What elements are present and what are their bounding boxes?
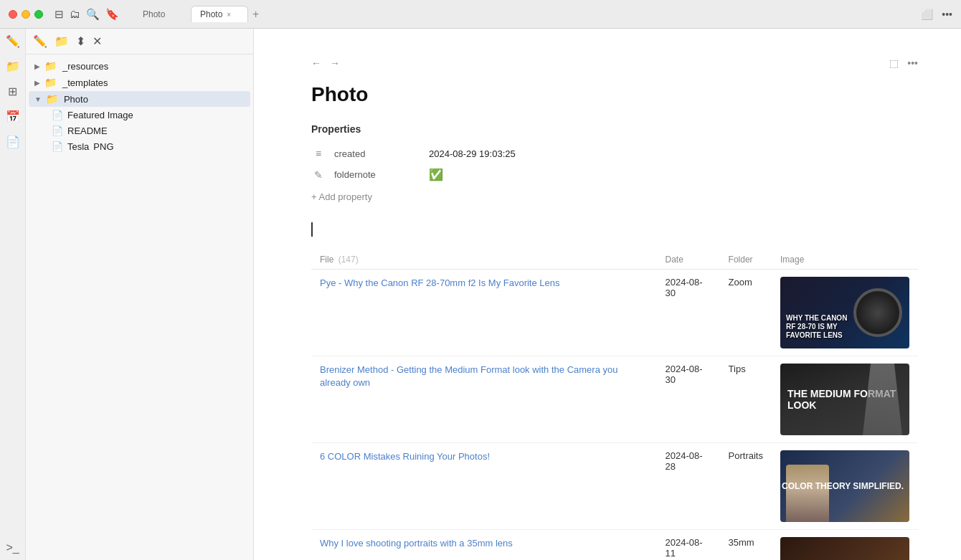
new-folder-icon[interactable]: 📁 [55,34,69,48]
close-icon[interactable]: ✕ [93,34,102,48]
thumb-person [786,465,829,522]
thumb-person [863,364,902,435]
thumb-text: WHY THE CANON RF 28-70 IS MY FAVORITE LE… [786,314,851,340]
tab-photo-1[interactable]: Photo [133,6,191,22]
more-icon[interactable]: ••• [907,57,918,69]
sidebar-label-resources: _resources [62,61,108,72]
sidebar-item-templates[interactable]: ▶ 📁 _templates [29,75,250,90]
more-options-icon[interactable]: ••• [942,9,952,20]
titlebar-right: ⬜ ••• [921,9,952,20]
cell-date-1: 2024-08-30 [656,356,719,443]
traffic-lights [9,10,43,19]
cursor [311,222,918,245]
cell-folder-0: Zoom [720,270,772,356]
new-note-icon[interactable]: ✏️ [33,34,47,48]
close-button[interactable] [9,10,17,19]
file-link-2[interactable]: 6 COLOR Mistakes Ruining Your Photos! [320,451,490,462]
panel-toggle-icon[interactable]: ⬜ [921,9,933,20]
file-link-3[interactable]: Why I love shooting portraits with a 35m… [320,538,513,549]
sidebar-label-readme: README [67,125,108,136]
table-section: File (147) Date Folder Image Pye - Why t… [311,222,918,560]
cell-date-2: 2024-08-28 [656,443,719,530]
nav-graph-icon[interactable]: ⊞ [8,85,17,98]
reading-mode-icon[interactable]: ⬚ [889,57,899,69]
tab-label-1: Photo [143,9,165,19]
cell-date-0: 2024-08-30 [656,270,719,356]
app-body: ✏️ 📁 ⊞ 📅 📄 >_ ✏️ 📁 ⬍ ✕ ▶ 📁 _resources ▶ … [0,29,961,560]
file-link-1[interactable]: Brenizer Method - Getting the Medium For… [320,364,617,388]
tab-close-icon[interactable]: × [227,11,231,19]
cell-image-2: COLOR THEORY SIMPLIFIED. [772,443,918,530]
cell-folder-3: 35mm [720,530,772,561]
col-image: Image [772,250,918,270]
cell-image-1: THE MEDIUM FORMAT LOOK [772,356,918,443]
sidebar-item-tesla[interactable]: 📄 Tesla PNG [29,139,250,154]
sidebar: ✏️ 📁 ⬍ ✕ ▶ 📁 _resources ▶ 📁 _templates ▼… [26,29,254,560]
chevron-right-icon: ▶ [34,62,40,70]
file-icon-3: 📄 [52,141,63,152]
titlebar: ⊟ 🗂 🔍 🔖 Photo Photo × + ⬜ ••• [0,0,961,29]
tesla-badge: PNG [93,141,113,152]
tab-label-2: Photo [200,9,222,19]
new-tab-button[interactable]: + [252,8,259,21]
cell-image-0: WHY THE CANON RF 28-70 IS MY FAVORITE LE… [772,270,918,356]
chevron-right-icon-2: ▶ [34,79,40,87]
nav-open-icon[interactable]: 📁 [6,60,20,73]
file-count: (147) [339,255,359,265]
sidebar-item-photo[interactable]: ▼ 📁 Photo [29,91,250,107]
page-title: Photo [311,83,918,106]
property-row-created: ≡ created 2024-08-29 19:03:25 [311,143,918,163]
cell-date-3: 2024-08-11 [656,530,719,561]
sort-icon[interactable]: ⬍ [76,34,85,48]
sidebar-label-photo: Photo [64,94,88,105]
files-table: File (147) Date Folder Image Pye - Why t… [311,250,918,560]
sidebar-item-featured-image[interactable]: 📄 Featured Image [29,108,250,123]
cell-image-3: A STORY TELLING [772,530,918,561]
sidebar-item-readme[interactable]: 📄 README [29,123,250,138]
add-property-button[interactable]: + Add property [311,189,918,205]
search-icon[interactable]: 🔍 [86,8,100,21]
col-file: File (147) [311,250,656,270]
property-key-foldernote: foldernote [334,169,420,180]
cell-folder-2: Portraits [720,443,772,530]
sidebar-toggle-icon[interactable]: ⊟ [55,8,64,21]
table-row: Why I love shooting portraits with a 35m… [311,530,918,561]
nav-terminal-icon[interactable]: >_ [6,541,19,554]
folder-icon-2: 📁 [44,77,57,88]
image-thumb-color: COLOR THEORY SIMPLIFIED. [780,450,909,522]
bookmark-icon[interactable]: 🔖 [105,8,119,21]
tab-photo-2[interactable]: Photo × [191,6,248,22]
thumb-text: COLOR THEORY SIMPLIFIED. [782,481,904,491]
folder-icon-3: 📁 [46,93,58,105]
cell-file-2: 6 COLOR Mistakes Ruining Your Photos! [311,443,656,530]
file-icon: 📄 [52,110,63,120]
nav-new-note-icon[interactable]: ✏️ [6,34,20,48]
cell-folder-1: Tips [720,356,772,443]
tabs-bar: Photo Photo × + [133,6,915,22]
forward-button[interactable]: → [330,57,340,69]
nav-pages-icon[interactable]: 📄 [6,135,20,148]
image-thumb-portrait: A STORY TELLING [780,537,909,560]
folder-icon: 📁 [44,60,57,72]
foldernote-icon: ✎ [311,169,326,181]
add-property-label: + Add property [311,191,372,202]
property-value-created[interactable]: 2024-08-29 19:03:25 [429,148,516,159]
col-date: Date [656,250,719,270]
cell-file-0: Pye - Why the Canon RF 28-70mm f2 Is My … [311,270,656,356]
minimize-button[interactable] [22,10,30,19]
folder-icon[interactable]: 🗂 [70,8,80,20]
file-link-0[interactable]: Pye - Why the Canon RF 28-70mm f2 Is My … [320,277,560,288]
nav-calendar-icon[interactable]: 📅 [6,110,20,123]
sidebar-item-resources[interactable]: ▶ 📁 _resources [29,58,250,74]
property-key-created: created [334,148,420,159]
maximize-button[interactable] [34,10,43,19]
sidebar-label-templates: _templates [62,77,108,88]
properties-section: Properties ≡ created 2024-08-29 19:03:25… [311,123,918,205]
col-folder: Folder [720,250,772,270]
back-button[interactable]: ← [311,57,321,69]
chevron-down-icon: ▼ [34,95,42,103]
property-value-foldernote[interactable]: ✅ [429,168,443,181]
sidebar-toolbar: ✏️ 📁 ⬍ ✕ [26,29,253,54]
cell-file-1: Brenizer Method - Getting the Medium For… [311,356,656,443]
file-icon-2: 📄 [52,125,63,136]
